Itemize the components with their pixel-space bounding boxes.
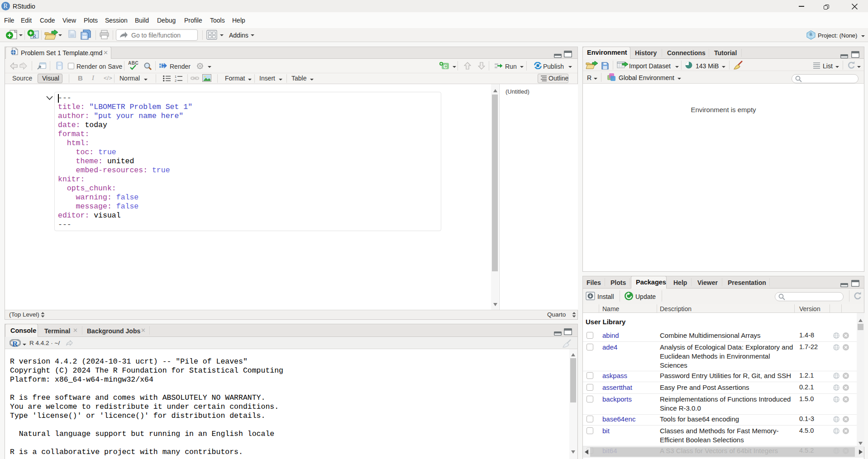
svg-text:R: R xyxy=(810,32,813,37)
svg-text:2: 2 xyxy=(175,79,176,82)
svg-text:C: C xyxy=(444,64,447,69)
svg-text:R: R xyxy=(12,340,18,347)
